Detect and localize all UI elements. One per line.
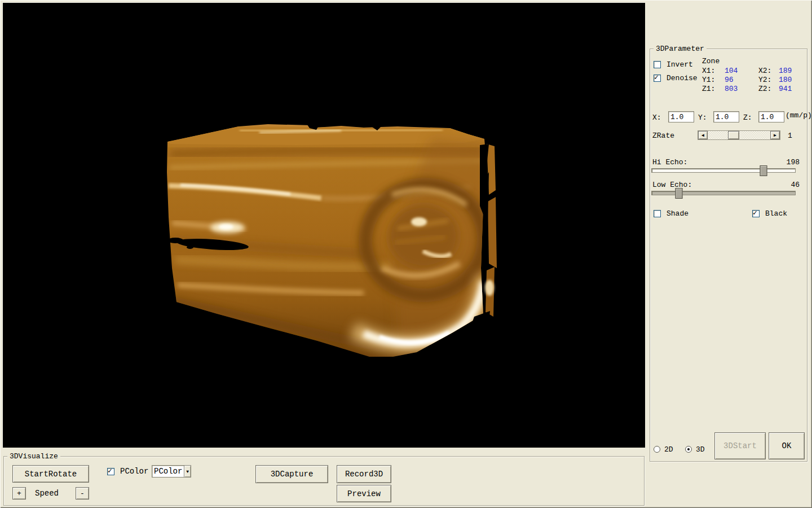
- left-arrow-icon: ◀: [701, 133, 704, 138]
- zone-y1-label: Y1:: [702, 76, 715, 84]
- scale-unit-label: (mm/p): [785, 111, 812, 120]
- y-scale-label: Y:: [698, 113, 707, 122]
- render-viewport[interactable]: [2, 2, 645, 448]
- app-window: 3DParameter Invert Denoise Zone X1: 104 …: [0, 0, 812, 508]
- record-3d-button[interactable]: Record3D: [337, 465, 391, 483]
- zrate-scrollbar[interactable]: ◀ ▶: [698, 130, 780, 140]
- denoise-checkbox[interactable]: [654, 75, 661, 82]
- zone-z2-value: 941: [779, 85, 792, 93]
- zone-z1-value: 803: [725, 85, 738, 93]
- x-scale-input[interactable]: 1.0: [668, 111, 694, 122]
- pcolor-label: PColor: [120, 467, 148, 476]
- volume-render-image: [3, 3, 646, 448]
- visualize-panel: 3DVisualize StartRotate + Speed - PColor…: [3, 456, 645, 506]
- mode-3d-label: 3D: [696, 445, 705, 454]
- zone-z1-label: Z1:: [702, 85, 715, 93]
- pcolor-dropdown-button[interactable]: ▼: [184, 466, 191, 477]
- mode-2d-label: 2D: [664, 445, 673, 454]
- chevron-down-icon: ▼: [186, 469, 189, 474]
- right-arrow-icon: ▶: [774, 133, 776, 138]
- shade-label: Shade: [667, 209, 689, 218]
- zrate-thumb[interactable]: [728, 131, 739, 139]
- hi-echo-thumb[interactable]: [760, 165, 767, 176]
- invert-checkbox[interactable]: [654, 61, 661, 68]
- zrate-track[interactable]: [708, 131, 770, 139]
- ok-button[interactable]: OK: [769, 432, 805, 459]
- z-scale-label: Z:: [743, 113, 752, 122]
- low-echo-value: 46: [777, 181, 800, 189]
- x-scale-label: X:: [652, 113, 661, 122]
- pcolor-dropdown-value: PColor: [152, 467, 184, 476]
- low-echo-label: Low Echo:: [652, 181, 692, 189]
- zone-y2-value: 180: [779, 76, 792, 84]
- capture-3d-button[interactable]: 3DCapture: [255, 465, 328, 483]
- zrate-label: ZRate: [652, 132, 674, 140]
- preview-button[interactable]: Preview: [337, 485, 391, 502]
- zone-x1-value: 104: [725, 67, 738, 75]
- shade-checkbox[interactable]: [654, 210, 661, 217]
- mode-3d-radio[interactable]: [685, 446, 692, 453]
- visualize-panel-title: 3DVisualize: [7, 452, 60, 461]
- speed-plus-button[interactable]: +: [12, 487, 26, 500]
- parameter-panel: 3DParameter Invert Denoise Zone X1: 104 …: [650, 49, 807, 462]
- denoise-label: Denoise: [667, 74, 698, 82]
- pcolor-dropdown[interactable]: PColor ▼: [152, 465, 191, 478]
- hi-echo-slider[interactable]: [651, 168, 796, 173]
- low-echo-thumb[interactable]: [676, 188, 683, 199]
- zone-x2-label: X2:: [758, 67, 771, 75]
- zone-y1-value: 96: [725, 76, 734, 84]
- zrate-left-arrow[interactable]: ◀: [698, 131, 708, 139]
- speed-minus-button[interactable]: -: [76, 487, 89, 500]
- black-label: Black: [765, 209, 787, 218]
- zone-title: Zone: [702, 57, 720, 65]
- zone-x2-value: 189: [779, 67, 792, 75]
- low-echo-slider[interactable]: [651, 191, 796, 195]
- invert-label: Invert: [667, 60, 693, 69]
- parameter-panel-title: 3DParameter: [654, 45, 707, 53]
- pcolor-checkbox[interactable]: [107, 468, 114, 475]
- mode-2d-radio[interactable]: [654, 446, 660, 453]
- zone-y2-label: Y2:: [758, 76, 771, 84]
- hi-echo-label: Hi Echo:: [652, 158, 687, 167]
- zone-x1-label: X1:: [702, 67, 715, 75]
- start-rotate-button[interactable]: StartRotate: [12, 465, 89, 483]
- z-scale-input[interactable]: 1.0: [758, 111, 784, 122]
- zrate-value: 1: [788, 132, 792, 140]
- start3d-button[interactable]: 3DStart: [714, 432, 766, 459]
- zrate-right-arrow[interactable]: ▶: [770, 131, 780, 139]
- black-checkbox[interactable]: [752, 210, 760, 217]
- speed-label: Speed: [35, 489, 59, 498]
- hi-echo-value: 198: [777, 158, 800, 167]
- zone-z2-label: Z2:: [758, 85, 771, 93]
- y-scale-input[interactable]: 1.0: [713, 111, 739, 122]
